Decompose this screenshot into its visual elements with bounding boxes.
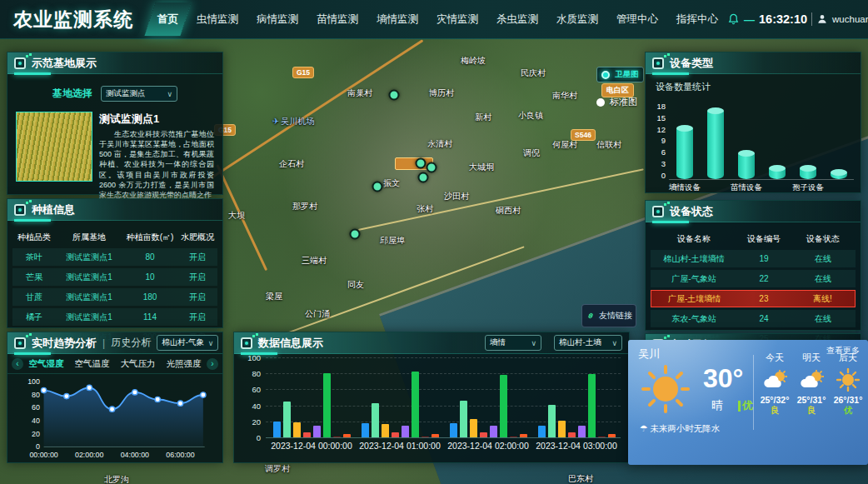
chevron-down-icon: ∨: [167, 90, 172, 98]
topbar-status: — 16:32:10 wuchuan@test ▼: [727, 12, 868, 26]
nav-item-4[interactable]: 墒情监测: [367, 0, 427, 38]
tab-1[interactable]: 空气温度: [69, 358, 115, 370]
user-menu[interactable]: wuchuan@test: [832, 14, 868, 24]
trend-chart: 02040608010000:00:0002:00:0004:00:0006:0…: [7, 376, 222, 462]
station-select[interactable]: 棉山村-气象∨: [157, 335, 218, 351]
device-name: 广屋-气象站: [651, 273, 737, 285]
layer-option-1[interactable]: 标准图: [596, 96, 644, 108]
y-tick-label: 15: [651, 113, 666, 122]
tab-3[interactable]: 光照强度: [161, 358, 207, 370]
column-header: 设备编号: [737, 233, 791, 245]
base-info: 测试监测点1 生态农业科技示范推广基地位于吴川市某某区某基地，占地面积 500 …: [99, 112, 214, 200]
cell: 测试监测点1: [56, 312, 122, 323]
layer-label: 标准图: [610, 96, 637, 108]
cylinder-slot-2: [731, 153, 761, 179]
cell: 甘蔗: [12, 292, 56, 303]
y-tick-label: 12: [651, 125, 666, 134]
column-header: 设备状态: [791, 233, 856, 245]
cell: 橘子: [12, 312, 56, 323]
bars: [450, 357, 527, 437]
base-select[interactable]: 测试监测点∨: [101, 86, 177, 102]
cylinder-cap: [676, 125, 693, 132]
map-road: [358, 168, 644, 231]
svg-text:02:00:00: 02:00:00: [75, 451, 103, 459]
x-axis-label: [824, 182, 854, 193]
nav-item-2[interactable]: 病情监测: [247, 0, 307, 38]
forecast-col-0: 今天25°/32°良: [756, 352, 793, 417]
panel-icon: [241, 337, 252, 349]
base-select-label: 基地选择: [52, 87, 92, 101]
map-road: [216, 164, 267, 271]
bar: [372, 403, 379, 437]
bar-group-label: 2023-12-04 03:00:00: [536, 441, 617, 451]
bar: [422, 437, 429, 438]
sun-icon: [641, 365, 690, 413]
bell-icon[interactable]: [727, 13, 740, 26]
bar: [470, 419, 477, 437]
layer-option-0[interactable]: 卫星图: [596, 67, 644, 82]
nav-item-5[interactable]: 灾情监测: [427, 0, 487, 38]
bar: [578, 426, 586, 437]
base-body: 测试监测点1 生态农业科技示范推广基地位于吴川市某某区某基地，占地面积 500 …: [7, 102, 222, 200]
chevron-left-icon[interactable]: ‹: [12, 358, 23, 370]
forecast-day: 今天: [756, 352, 793, 364]
base-select-row: 基地选择 测试监测点∨: [7, 86, 222, 102]
svg-text:20: 20: [32, 430, 40, 438]
tab-2[interactable]: 大气压力: [115, 358, 161, 370]
nav-item-9[interactable]: 指挥中心: [667, 0, 727, 38]
forecast-range: 25°/31°: [793, 395, 830, 405]
panel-icon: [14, 204, 26, 216]
map-road: [192, 39, 423, 191]
sunny-icon: [830, 367, 866, 393]
bar: [510, 437, 517, 438]
quality-bar: [738, 401, 741, 412]
y-tick-label: 80: [241, 369, 261, 378]
nav-item-0[interactable]: 首页: [148, 0, 187, 38]
tab-0[interactable]: 空气湿度: [23, 358, 69, 370]
status-badge: 在线: [791, 273, 856, 285]
status-badge: 在线: [791, 253, 856, 265]
main-nav: 首页虫情监测病情监测苗情监测墒情监测灾情监测杀虫监测水质监测管理中心指挥中心: [148, 0, 727, 38]
y-axis: 1815129630: [651, 102, 669, 180]
cell: 开启: [177, 272, 217, 283]
table-header-row: 设备名称设备编号设备状态: [651, 230, 856, 247]
svg-text:40: 40: [32, 417, 40, 425]
panel-icon: [14, 57, 26, 69]
chain-link-icon: [586, 311, 596, 321]
x-axis-label: 墒情设备: [669, 182, 701, 193]
cell: 80: [122, 252, 177, 262]
nav-item-1[interactable]: 虫情监测: [187, 0, 247, 38]
bar: [598, 437, 606, 438]
title-separator: |: [102, 337, 105, 349]
table-row: 棉山村-土壤墒情19在线: [651, 250, 856, 267]
nav-item-8[interactable]: 管理中心: [607, 0, 667, 38]
column-header: 种植亩数(㎡): [122, 232, 177, 243]
minimize-icon[interactable]: —: [744, 13, 755, 26]
chevron-right-icon[interactable]: ›: [207, 358, 218, 370]
nav-item-6[interactable]: 杀虫监测: [487, 0, 547, 38]
bar: [608, 434, 616, 437]
friend-link-button[interactable]: 友情链接: [581, 304, 636, 327]
metric-select[interactable]: 墒情∨: [485, 335, 541, 351]
bar: [520, 434, 527, 437]
bar: [490, 426, 497, 437]
bar: [293, 422, 301, 437]
history-tab[interactable]: 历史分析: [111, 336, 151, 350]
cylinder-slot-3: [761, 168, 792, 179]
table-header-row: 种植品类所属基地种植亩数(㎡)水肥概况: [12, 228, 217, 246]
partly-cloudy-icon: [793, 367, 830, 393]
forecast-columns: 今天25°/32°良明天25°/31°良后天26°/31°优: [756, 352, 866, 417]
table-row: 芒果测试监测点110开启: [12, 268, 217, 286]
y-tick-label: 0: [241, 433, 261, 442]
cell: 芒果: [12, 272, 56, 283]
cell: 开启: [177, 312, 217, 323]
nav-item-3[interactable]: 苗情监测: [307, 0, 367, 38]
nav-item-7[interactable]: 水质监测: [547, 0, 607, 38]
forecast-col-2: 后天26°/31°优: [830, 352, 866, 417]
rice-photo: [16, 112, 92, 182]
bar: [460, 401, 467, 437]
line-chart: 02040608010000:00:0002:00:0004:00:0006:0…: [13, 376, 217, 462]
device-id: 24: [737, 314, 791, 323]
bar: [500, 375, 507, 437]
station-select[interactable]: 棉山村-土墒∨: [554, 335, 622, 351]
